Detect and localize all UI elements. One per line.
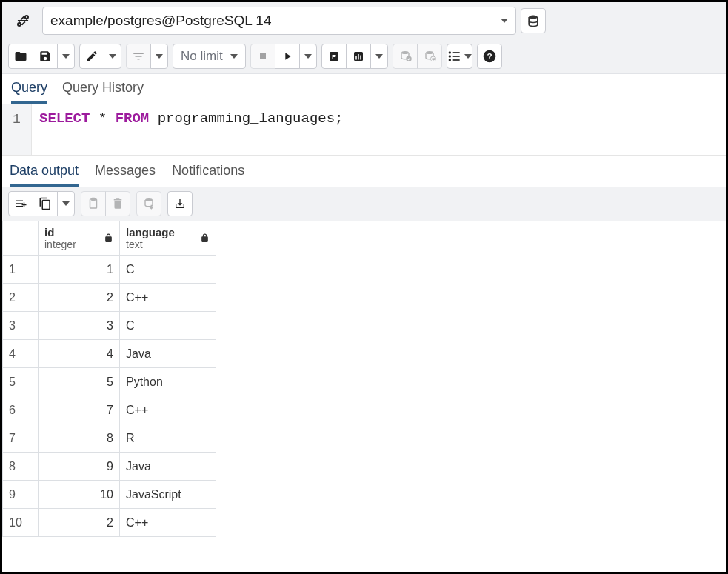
table-row[interactable]: 11C: [3, 256, 216, 284]
tab-query[interactable]: Query: [11, 80, 47, 104]
stop-button[interactable]: [250, 44, 275, 69]
editor-gutter: 1: [2, 104, 32, 155]
cell-language[interactable]: Java: [120, 453, 216, 481]
open-file-button[interactable]: [8, 44, 33, 69]
download-button[interactable]: [167, 191, 193, 216]
row-number: 7: [3, 424, 39, 453]
chevron-down-icon: [230, 54, 238, 59]
new-connection-button[interactable]: [521, 8, 546, 33]
editor-content[interactable]: SELECT * FROM programming_languages;: [32, 104, 351, 155]
cell-language[interactable]: C: [120, 256, 216, 284]
svg-rect-3: [260, 53, 266, 59]
lock-icon: [200, 233, 210, 243]
edit-menu-button[interactable]: [104, 44, 121, 69]
row-number: 5: [3, 368, 39, 396]
row-number-header: [3, 221, 39, 256]
sql-editor[interactable]: 1 SELECT * FROM programming_languages;: [2, 104, 726, 156]
cell-id[interactable]: 9: [39, 453, 120, 481]
table-row[interactable]: 102C++: [3, 509, 216, 537]
save-data-button[interactable]: [136, 191, 161, 216]
svg-point-2: [529, 16, 538, 19]
row-number: 3: [3, 312, 39, 340]
connection-label: example/postgres@PostgreSQL 14: [50, 13, 271, 29]
edit-button[interactable]: [79, 44, 104, 69]
tab-messages[interactable]: Messages: [95, 163, 156, 187]
cell-language[interactable]: C++: [120, 509, 216, 537]
execute-button[interactable]: [275, 44, 300, 69]
help-button[interactable]: ?: [477, 44, 502, 69]
chevron-down-icon: [375, 54, 383, 59]
chevron-down-icon: [62, 201, 70, 206]
chevron-down-icon: [501, 19, 508, 23]
cell-id[interactable]: 8: [39, 424, 120, 453]
commit-button[interactable]: [393, 44, 418, 69]
sql-keyword: FROM: [116, 110, 150, 127]
cell-language[interactable]: C: [120, 312, 216, 340]
row-number: 9: [3, 481, 39, 509]
cell-id[interactable]: 10: [39, 481, 120, 509]
sql-text: programming_languages;: [149, 110, 343, 127]
svg-point-1: [25, 16, 28, 19]
svg-point-0: [18, 23, 21, 26]
cell-language[interactable]: R: [120, 424, 216, 453]
cell-language[interactable]: Java: [120, 340, 216, 368]
table-row[interactable]: 44Java: [3, 340, 216, 368]
column-type: text: [126, 238, 175, 250]
chevron-down-icon: [109, 54, 116, 59]
row-number: 1: [3, 256, 39, 284]
add-row-button[interactable]: [8, 191, 33, 216]
cell-id[interactable]: 2: [39, 509, 120, 537]
cell-id[interactable]: 5: [39, 368, 120, 396]
explain-analyze-button[interactable]: [346, 44, 371, 69]
table-row[interactable]: 55Python: [3, 368, 216, 396]
table-row[interactable]: 67C++: [3, 396, 216, 424]
delete-button[interactable]: [105, 191, 130, 216]
table-row[interactable]: 78R: [3, 424, 216, 453]
column-name: language: [126, 226, 175, 238]
connection-bar: example/postgres@PostgreSQL 14: [2, 2, 726, 39]
cell-language[interactable]: JavaScript: [120, 481, 216, 509]
cell-id[interactable]: 3: [39, 312, 120, 340]
tab-query-history[interactable]: Query History: [62, 80, 144, 104]
svg-point-10: [401, 51, 409, 54]
copy-menu-button[interactable]: [57, 191, 75, 216]
connection-status-icon[interactable]: [8, 8, 38, 33]
cell-language[interactable]: Python: [120, 368, 216, 396]
table-row[interactable]: 89Java: [3, 453, 216, 481]
cell-id[interactable]: 1: [39, 256, 120, 284]
save-menu-button[interactable]: [57, 44, 75, 69]
column-header-language[interactable]: language text: [120, 221, 216, 256]
chevron-down-icon: [156, 54, 163, 59]
copy-button[interactable]: [33, 191, 58, 216]
sql-text: *: [90, 110, 115, 127]
result-grid[interactable]: id integer language text 11C22C++33C44Ja…: [2, 221, 216, 537]
cell-language[interactable]: C++: [120, 284, 216, 312]
connection-select[interactable]: example/postgres@PostgreSQL 14: [42, 7, 516, 35]
cell-id[interactable]: 7: [39, 396, 120, 424]
cell-language[interactable]: C++: [120, 396, 216, 424]
table-row[interactable]: 910JavaScript: [3, 481, 216, 509]
output-toolbar: [2, 187, 726, 221]
chevron-down-icon: [304, 54, 312, 59]
line-number: 1: [2, 110, 31, 128]
cell-id[interactable]: 2: [39, 284, 120, 312]
svg-point-12: [426, 51, 433, 54]
column-header-id[interactable]: id integer: [39, 221, 120, 256]
save-file-button[interactable]: [33, 44, 58, 69]
filter-menu-button[interactable]: [150, 44, 168, 69]
limit-select[interactable]: No limit: [173, 44, 246, 69]
table-row[interactable]: 22C++: [3, 284, 216, 312]
explain-menu-button[interactable]: [370, 44, 388, 69]
limit-label: No limit: [181, 49, 223, 64]
paste-button[interactable]: [81, 191, 106, 216]
tab-notifications[interactable]: Notifications: [172, 163, 244, 187]
rollback-button[interactable]: [417, 44, 442, 69]
table-row[interactable]: 33C: [3, 312, 216, 340]
svg-point-17: [449, 52, 450, 53]
macros-button[interactable]: [447, 44, 472, 69]
cell-id[interactable]: 4: [39, 340, 120, 368]
tab-data-output[interactable]: Data output: [10, 163, 79, 187]
filter-button[interactable]: [126, 44, 151, 69]
execute-menu-button[interactable]: [299, 44, 317, 69]
explain-button[interactable]: E: [321, 44, 347, 69]
